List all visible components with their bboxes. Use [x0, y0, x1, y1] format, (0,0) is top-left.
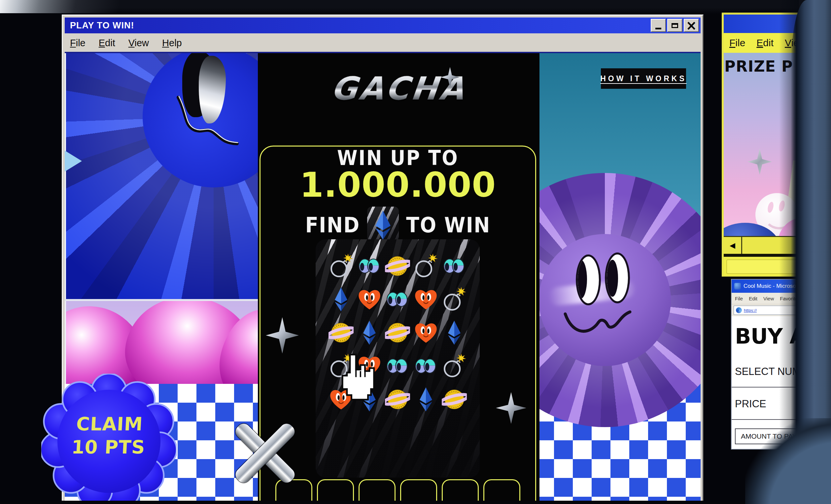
internet-explorer-icon	[734, 283, 741, 290]
eyes-icon[interactable]	[384, 287, 410, 312]
claim-line1: CLAIM	[41, 413, 178, 436]
how-it-works-button[interactable]: HOW IT WORKS	[601, 68, 686, 89]
blue-flower-image	[65, 53, 258, 299]
titlebar[interactable]: PLAY TO WIN! ×	[65, 18, 700, 33]
prize-amount-text: 1.000.000	[260, 167, 535, 203]
heart-icon[interactable]	[356, 287, 382, 312]
maximize-button[interactable]	[667, 19, 682, 32]
monitor-bezel-top	[0, 0, 831, 14]
find-to-win-row: FIND TO WIN	[260, 207, 535, 244]
purple-flower-face	[539, 234, 671, 366]
planet-icon[interactable]	[384, 386, 410, 412]
eth-icon[interactable]	[413, 386, 439, 412]
heart-icon[interactable]	[413, 287, 439, 312]
url-text: https://	[744, 308, 757, 313]
claim-badge-text: CLAIM 10 PTS	[40, 413, 178, 459]
to-win-label: TO WIN	[406, 213, 490, 238]
menu-item[interactable]: File	[735, 296, 743, 301]
monitor-bezel-corner	[745, 418, 831, 504]
close-icon: ×	[686, 21, 697, 30]
bomb-icon[interactable]	[441, 353, 467, 379]
ticket-bump	[442, 479, 479, 503]
claim-points-badge[interactable]: CLAIM 10 PTS	[41, 374, 177, 504]
purple-flower-mouth	[562, 304, 641, 344]
menu-item[interactable]: View	[128, 38, 149, 49]
find-label: FIND	[305, 213, 360, 238]
planet-icon[interactable]	[328, 320, 354, 346]
menu-item[interactable]: Edit	[99, 38, 115, 49]
menu-item[interactable]: File	[70, 38, 86, 49]
ticket-bump	[400, 479, 437, 503]
purple-flower-panel: HOW IT WORKS	[540, 53, 700, 384]
eth-icon[interactable]	[356, 320, 382, 346]
bomb-icon[interactable]	[441, 287, 467, 312]
image-divider	[65, 299, 258, 301]
sparkle-icon	[747, 149, 772, 175]
ticket-bumps	[275, 479, 520, 503]
eyes-icon[interactable]	[441, 253, 467, 279]
gacha-logo: GACHA	[258, 70, 540, 107]
minimize-button[interactable]	[651, 19, 666, 32]
planet-icon[interactable]	[384, 320, 410, 346]
eth-sample-tile	[367, 207, 399, 244]
eyes-icon[interactable]	[384, 353, 410, 379]
ticket-bump	[359, 479, 396, 503]
bomb-icon[interactable]	[328, 253, 354, 279]
close-button[interactable]: ×	[684, 19, 699, 32]
claim-line2: 10 PTS	[40, 436, 177, 459]
crt-screen: PLAY TO WIN! × FileEditViewHelp	[0, 0, 831, 504]
eth-icon[interactable]	[328, 287, 354, 312]
hand-cursor-icon	[337, 344, 380, 414]
eyes-icon[interactable]	[356, 253, 382, 279]
pink-balloon-image	[65, 301, 258, 384]
menu-item[interactable]: Edit	[756, 37, 774, 49]
planet-icon[interactable]	[441, 386, 467, 412]
ticket-bump	[483, 479, 520, 503]
planet-icon[interactable]	[384, 253, 410, 279]
menubar: FileEditViewHelp	[65, 35, 700, 51]
menu-item[interactable]: View	[763, 296, 774, 301]
purple-flower-eye	[605, 253, 630, 303]
purple-flower-eye	[576, 255, 601, 305]
bomb-icon[interactable]	[413, 253, 439, 279]
maximize-icon	[671, 23, 678, 28]
menu-item[interactable]: Help	[162, 38, 182, 49]
blue-flower-mouth	[172, 93, 248, 150]
chrome-x-decoration	[227, 415, 303, 491]
heart-icon[interactable]	[413, 320, 439, 346]
menu-item[interactable]: File	[729, 37, 745, 49]
scroll-left-button[interactable]: ◀	[724, 237, 742, 254]
favicon-icon	[736, 307, 742, 313]
window-title: PLAY TO WIN!	[65, 21, 134, 31]
minimize-icon	[655, 28, 661, 29]
ticket-bump	[317, 479, 354, 503]
menu-item[interactable]: Edit	[749, 296, 757, 301]
eth-icon[interactable]	[441, 320, 467, 346]
monitor-bezel-bottom	[0, 501, 831, 504]
window-controls: ×	[650, 19, 699, 32]
eyes-icon[interactable]	[413, 353, 439, 379]
